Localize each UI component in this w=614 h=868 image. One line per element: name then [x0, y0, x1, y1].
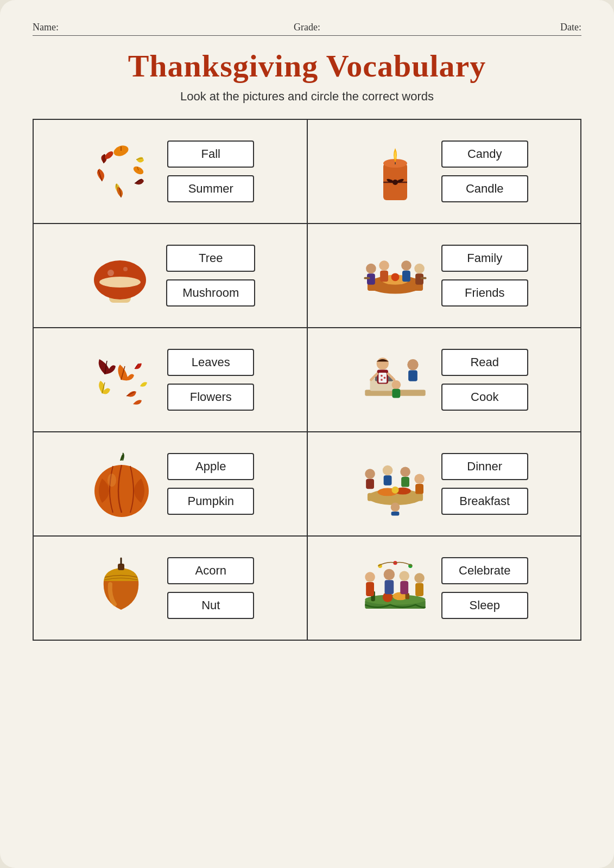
- word-pumpkin[interactable]: Pumpkin: [167, 488, 254, 515]
- word-friends[interactable]: Friends: [441, 279, 528, 307]
- word-leaves[interactable]: Leaves: [167, 349, 254, 376]
- svg-point-63: [365, 469, 375, 479]
- words-5-left: Acorn Nut: [167, 557, 254, 619]
- grid-row-3: Leaves Flowers: [34, 328, 580, 432]
- svg-point-19: [107, 270, 114, 276]
- words-1-left: Fall Summer: [167, 141, 254, 202]
- svg-point-86: [399, 571, 409, 581]
- svg-point-57: [107, 474, 116, 487]
- word-breakfast[interactable]: Breakfast: [441, 488, 528, 515]
- svg-point-20: [123, 267, 128, 271]
- word-sleep[interactable]: Sleep: [441, 592, 528, 619]
- word-summer[interactable]: Summer: [167, 175, 254, 202]
- svg-rect-87: [400, 581, 408, 594]
- cell-4-right: Dinner Breakfast: [308, 432, 581, 535]
- name-label: Name:: [33, 22, 59, 33]
- grid-row-5: Acorn Nut: [34, 537, 580, 640]
- grid-row-2: Tree Mushroom: [34, 224, 580, 328]
- image-gathering: [360, 449, 431, 519]
- svg-point-67: [400, 467, 410, 477]
- svg-rect-34: [420, 277, 426, 279]
- svg-rect-72: [391, 512, 399, 515]
- page: Name: Grade: Date: Thanksgiving Vocabula…: [0, 0, 614, 868]
- word-family[interactable]: Family: [441, 245, 528, 272]
- word-candy[interactable]: Candy: [441, 141, 528, 168]
- word-flowers[interactable]: Flowers: [167, 384, 254, 411]
- image-mushroom: [85, 240, 155, 311]
- page-subtitle: Look at the pictures and circle the corr…: [33, 90, 581, 104]
- svg-point-52: [407, 359, 418, 369]
- image-family-table: [360, 240, 431, 311]
- svg-rect-30: [402, 270, 410, 281]
- word-dinner[interactable]: Dinner: [441, 453, 528, 480]
- page-title: Thanksgiving Vocabulary: [33, 48, 581, 84]
- cell-4-left: Apple Pumpkin: [34, 432, 308, 535]
- svg-rect-70: [415, 484, 423, 494]
- words-2-right: Family Friends: [441, 245, 528, 307]
- word-tree[interactable]: Tree: [166, 245, 255, 272]
- svg-point-82: [365, 572, 375, 582]
- svg-rect-33: [364, 277, 370, 279]
- image-cooking: [360, 344, 431, 415]
- svg-rect-28: [380, 270, 388, 281]
- svg-rect-55: [392, 388, 400, 398]
- cell-5-right: Celebrate Sleep: [308, 537, 581, 640]
- svg-rect-89: [415, 583, 423, 596]
- name-field: Name:: [33, 22, 216, 36]
- svg-point-69: [414, 474, 425, 484]
- image-acorn: [86, 553, 156, 623]
- svg-point-84: [383, 569, 394, 579]
- svg-rect-53: [408, 370, 417, 381]
- word-fall[interactable]: Fall: [167, 141, 254, 168]
- words-5-right: Celebrate Sleep: [441, 557, 528, 619]
- svg-point-88: [414, 573, 425, 583]
- svg-point-31: [414, 263, 425, 273]
- svg-rect-73: [118, 564, 124, 570]
- grid-row-4: Apple Pumpkin: [34, 432, 580, 537]
- svg-rect-83: [366, 582, 374, 596]
- words-4-right: Dinner Breakfast: [441, 453, 528, 515]
- grade-label: Grade:: [294, 22, 320, 33]
- words-4-left: Apple Pumpkin: [167, 453, 254, 515]
- cell-3-right: Read Cook: [308, 328, 581, 431]
- svg-point-24: [391, 273, 399, 281]
- header-fields: Name: Grade: Date:: [33, 22, 581, 36]
- word-celebrate[interactable]: Celebrate: [441, 557, 528, 584]
- word-apple[interactable]: Apple: [167, 453, 254, 480]
- svg-rect-68: [401, 477, 409, 487]
- date-label: Date:: [560, 22, 581, 33]
- cell-5-left: Acorn Nut: [34, 537, 308, 640]
- cell-3-left: Leaves Flowers: [34, 328, 308, 431]
- svg-point-47: [381, 374, 383, 376]
- svg-rect-85: [384, 580, 394, 594]
- svg-point-48: [383, 376, 385, 379]
- words-3-right: Read Cook: [441, 349, 528, 411]
- words-1-right: Candy Candle: [441, 141, 528, 202]
- svg-rect-66: [383, 475, 391, 486]
- words-2-left: Tree Mushroom: [166, 245, 255, 307]
- image-celebration: [360, 553, 431, 623]
- cell-2-right: Family Friends: [308, 224, 581, 327]
- svg-point-62: [391, 486, 398, 493]
- word-cook[interactable]: Cook: [441, 384, 528, 411]
- grade-field: Grade:: [216, 22, 398, 36]
- cell-1-right: Candy Candle: [308, 120, 581, 223]
- word-nut[interactable]: Nut: [167, 592, 254, 619]
- words-3-left: Leaves Flowers: [167, 349, 254, 411]
- cell-1-left: Fall Summer: [34, 120, 308, 223]
- grid-row-1: Fall Summer: [34, 120, 580, 224]
- word-acorn[interactable]: Acorn: [167, 557, 254, 584]
- svg-point-65: [383, 465, 393, 475]
- image-candle: [360, 136, 431, 207]
- svg-point-29: [401, 260, 412, 271]
- cell-2-left: Tree Mushroom: [34, 224, 308, 327]
- word-read[interactable]: Read: [441, 349, 528, 376]
- word-candle[interactable]: Candle: [441, 175, 528, 202]
- svg-point-71: [390, 502, 400, 512]
- date-field: Date:: [398, 22, 581, 36]
- word-mushroom[interactable]: Mushroom: [166, 279, 255, 307]
- svg-rect-64: [366, 478, 374, 489]
- svg-point-18: [99, 277, 141, 288]
- svg-point-25: [366, 263, 376, 273]
- image-fall-leaves: [86, 136, 156, 207]
